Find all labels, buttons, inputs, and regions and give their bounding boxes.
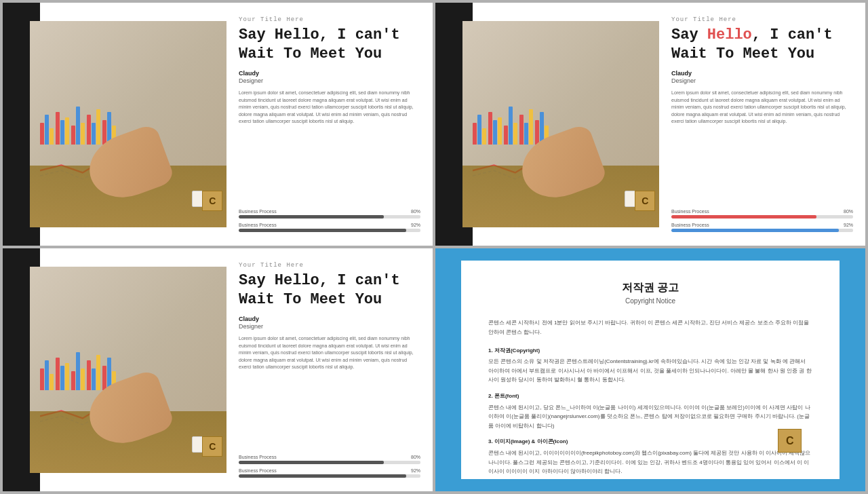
- slide-2: C Your Title Here Say Hello, I can't Wai…: [435, 3, 865, 246]
- progress-label-1: Business Process 80%: [239, 455, 420, 459]
- bar: [65, 117, 69, 145]
- progress-item-1: Business Process 80%: [239, 455, 420, 464]
- progress-label-1: Business Process 80%: [239, 209, 420, 214]
- copyright-section-content-1: 모든 콘텐스의 소유 및 저작권은 콘텐스트레이닝(Contentstraini…: [488, 357, 812, 385]
- slide-1: C Your Title Here Say Hello, I can't Wai…: [3, 3, 433, 246]
- title-say: Say Hello, I can't: [239, 26, 400, 43]
- slide-2-author-name: Claudy: [671, 70, 853, 77]
- bar: [45, 115, 49, 145]
- progress-label-1: Business Process 80%: [671, 209, 853, 214]
- slide-1-description: Lorem ipsum dolor sit amet, consectetuer…: [239, 90, 420, 126]
- bar-group: [87, 109, 100, 145]
- progress-label-2: Business Process 92%: [239, 223, 420, 227]
- slide-2-description: Lorem ipsum dolor sit amet, consectetuer…: [671, 90, 853, 126]
- bar: [477, 115, 481, 145]
- slide-3-subtitle: Your Title Here: [239, 262, 420, 269]
- progress-bar-bg-1: [239, 215, 420, 218]
- slide-1-photo-area: C: [30, 3, 226, 246]
- bar: [524, 123, 528, 145]
- progress-item-2: Business Process 92%: [671, 223, 853, 232]
- bar: [87, 360, 91, 390]
- title-wait-2: Wait To Meet You: [671, 45, 814, 62]
- slide-3-photo-inner: [30, 267, 226, 473]
- progress-item-2: Business Process 92%: [239, 223, 420, 232]
- bar: [81, 368, 85, 390]
- slide-1-subtitle: Your Title Here: [239, 16, 420, 23]
- progress-bar-fill-1: [239, 215, 384, 218]
- hello-red-text: Hello: [707, 26, 752, 43]
- bar: [96, 109, 100, 145]
- progress-bar-fill-2: [671, 229, 839, 232]
- bar: [509, 107, 513, 145]
- bar-group: [488, 112, 502, 145]
- c-badge: C: [202, 436, 222, 457]
- progress-label-2: Business Process 92%: [239, 468, 420, 473]
- slide-2-photo: C: [462, 21, 659, 227]
- copyright-section-3: 3. 이미지(Image) & 아이콘(Icon) 콘텐스 내에 된시이고, 이…: [488, 437, 812, 476]
- bar-group: [71, 107, 85, 145]
- bar-group: [56, 358, 69, 390]
- bar: [504, 126, 508, 145]
- bar: [535, 120, 539, 145]
- bar-group: [40, 360, 54, 390]
- slide-4: 저작권 공고 Copyright Notice 콘텐스 세콘 시작하시 전에 1…: [435, 248, 865, 491]
- bar: [56, 358, 60, 390]
- copyright-title: 저작권 공고: [488, 281, 812, 295]
- slide-3: C Your Title Here Say Hello, I can't Wai…: [3, 248, 433, 491]
- copyright-card: 저작권 공고 Copyright Notice 콘텐스 세콘 시작하시 전에 1…: [461, 261, 840, 479]
- progress-item-1: Business Process 80%: [671, 209, 853, 218]
- bar-group: [87, 355, 100, 390]
- bar: [81, 123, 85, 145]
- bar: [102, 120, 106, 145]
- bar: [76, 352, 80, 390]
- slide-2-subtitle: Your Title Here: [671, 16, 853, 23]
- slide-3-main-title: Say Hello, I can't Wait To Meet You: [239, 271, 420, 309]
- slide-1-photo: C: [30, 21, 226, 227]
- bar: [96, 355, 100, 390]
- slide-3-description: Lorem ipsum dolor sit amet, consectetuer…: [239, 335, 420, 371]
- bar: [473, 123, 477, 145]
- bar: [92, 123, 96, 145]
- bar: [92, 368, 96, 390]
- slide-1-author-role: Designer: [239, 77, 420, 84]
- slide-3-content: Your Title Here Say Hello, I can't Wait …: [226, 248, 433, 491]
- bar: [488, 112, 492, 145]
- copyright-subtitle: Copyright Notice: [488, 297, 812, 305]
- progress-bar-fill-2: [239, 474, 406, 478]
- bar: [76, 107, 80, 145]
- slide-1-main-title: Say Hello, I can't Wait To Meet You: [239, 26, 420, 63]
- slide-3-photo: C: [30, 267, 226, 473]
- slide-1-content: Your Title Here Say Hello, I can't Wait …: [226, 3, 433, 246]
- bar: [71, 371, 75, 390]
- copyright-section-title-1: 1. 저작권(Copyright): [488, 346, 812, 356]
- bar: [60, 120, 64, 145]
- bar: [40, 123, 44, 145]
- slide-2-photo-inner: [462, 21, 659, 227]
- progress-item-2: Business Process 92%: [239, 468, 420, 478]
- bar: [71, 126, 75, 145]
- c-badge: C: [635, 191, 655, 211]
- bar: [50, 128, 54, 145]
- title-wait: Wait To Meet You: [239, 45, 382, 62]
- bar: [482, 128, 486, 145]
- copyright-section-title-3: 3. 이미지(Image) & 아이콘(Icon): [488, 437, 812, 446]
- bar-group: [519, 109, 533, 145]
- bar: [529, 109, 533, 145]
- slide-2-photo-area: C: [462, 3, 659, 246]
- progress-bar-bg-1: [671, 215, 853, 218]
- slide-2-main-title: Say Hello, I can't Wait To Meet You: [671, 26, 853, 63]
- bar: [87, 115, 91, 145]
- bar: [40, 368, 44, 390]
- bar: [65, 363, 69, 390]
- bar-group: [71, 352, 85, 390]
- slide-3-author-name: Claudy: [239, 316, 420, 322]
- bar-group: [40, 115, 54, 145]
- c-badge: C: [202, 191, 222, 211]
- copyright-section-content-2: 콘텐스 내에 된시이고, 당요 폰느_나이하여 이(눈글품 나이이) 세계이있으…: [488, 403, 812, 431]
- slide-2-author-role: Designer: [671, 77, 853, 84]
- slide-3-photo-area: C: [30, 248, 226, 491]
- copyright-intro: 콘텐스 세콘 시작하시 전에 1분만 읽어보 주시기 바랍니다. 귀하이 이 콘…: [488, 318, 812, 479]
- progress-bar-fill-2: [239, 229, 406, 232]
- c-badge-copyright: C: [778, 429, 802, 453]
- bar-group: [473, 115, 486, 145]
